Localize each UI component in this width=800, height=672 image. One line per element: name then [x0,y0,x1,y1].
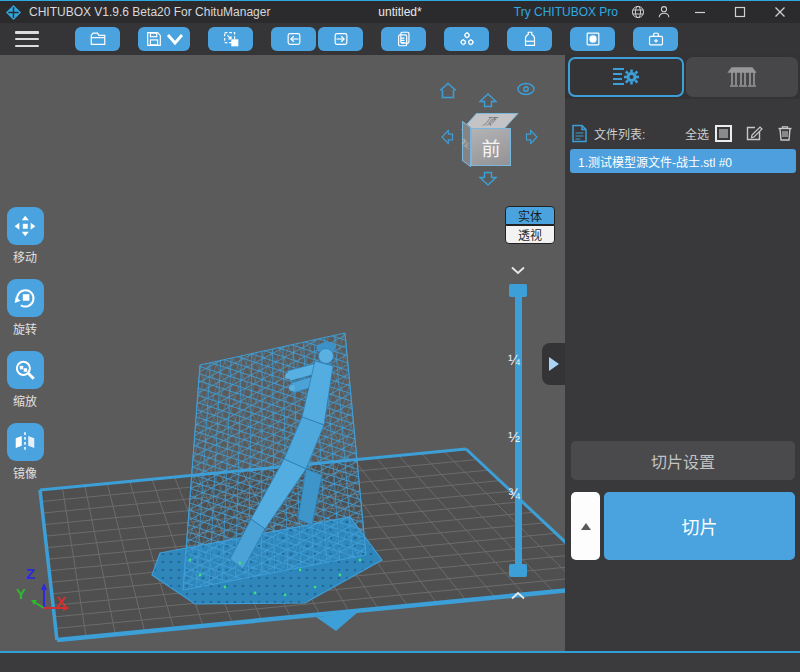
chitubox-logo-icon [6,5,21,20]
floppy-icon [145,30,163,48]
rename-icon[interactable] [745,124,763,142]
status-bar [0,651,800,672]
open-file-button[interactable] [75,27,120,51]
resin-button[interactable] [507,27,552,51]
tab-file-settings[interactable] [568,57,684,97]
slider-fraction-label: ¼ [508,352,520,368]
model-warrior[interactable] [152,333,382,604]
slider-bottom-chevron[interactable] [510,587,526,597]
view-cube[interactable]: 顶 左 前 [464,111,518,169]
slider-top-chevron[interactable] [510,261,526,271]
rotate-left-arrow-icon[interactable] [440,127,455,151]
gears-icon [458,30,476,48]
mirror-icon [13,430,37,454]
file-list-item[interactable]: 1.测试模型源文件-战士.stl #0 [570,149,796,173]
file-list-icon [571,124,588,143]
spinner-up-icon [581,523,591,530]
home-view-icon[interactable] [438,81,458,104]
viewport-canvas[interactable]: Z Y X 移动旋转缩放镜像 [0,55,565,651]
scale-tool-label: 缩放 [3,392,47,409]
slice-settings-button[interactable]: 切片设置 [571,441,795,480]
hollow-icon [584,30,602,48]
hollow-button[interactable] [570,27,615,51]
mirror-tool[interactable] [7,423,44,461]
redo-button[interactable] [318,27,363,51]
save-button[interactable] [138,27,190,51]
slider-fraction-label: ½ [508,429,520,445]
main-toolbar [0,23,800,55]
redo-icon [332,30,350,48]
file-list-title: 文件列表: [594,125,645,142]
axis-y-label: Y [16,585,26,602]
minimize-button[interactable] [680,1,720,23]
eye-view-icon[interactable] [516,82,536,100]
view-navigation: 顶 左 前 [432,77,550,195]
clone-button[interactable] [381,27,426,51]
bottle-icon [521,30,539,48]
app-title: CHITUBOX V1.9.6 Beta20 For ChituManager [29,5,270,19]
close-button[interactable] [760,1,800,23]
expand-arrow-icon [549,357,559,371]
slider-fraction-label: ¾ [508,486,520,502]
rotate-icon [13,286,37,310]
rotate-tool-label: 旋转 [3,320,47,337]
toolbox-icon [647,30,665,48]
file-list-header: 文件列表: 全选 [571,121,794,145]
slice-button[interactable]: 切片 [604,492,795,560]
mirror-tool-label: 镜像 [3,464,47,481]
maximize-button[interactable] [720,1,760,23]
globe-icon[interactable] [628,2,648,22]
rotate-down-arrow-icon[interactable] [478,171,498,190]
menu-button[interactable] [14,29,40,49]
copy-icon [395,30,413,48]
render-mode-solid[interactable]: 实体 [505,206,555,225]
panel-tabs [565,55,800,99]
rotate-up-arrow-icon[interactable] [478,93,498,112]
transform-toolbar: 移动旋转缩放镜像 [3,207,47,495]
delete-icon[interactable] [776,124,794,142]
scale-tool[interactable] [7,351,44,389]
try-pro-link[interactable]: Try CHITUBOX Pro [514,5,618,19]
view-cube-front-face[interactable]: 前 [471,128,511,166]
panel-collapse-handle[interactable] [542,343,565,385]
layer-slider-bottom-handle[interactable] [509,564,527,577]
toolbox-button[interactable] [633,27,678,51]
rotate-right-arrow-icon[interactable] [524,127,539,151]
move-tool[interactable] [7,207,44,245]
rotate-tool[interactable] [7,279,44,317]
scale-icon [13,358,37,382]
right-panel: 文件列表: 全选 1.测试模型源文件-战士.stl #0 切片设置 切片 [565,55,800,651]
send-print-button[interactable] [444,27,489,51]
folder-icon [89,30,107,48]
undo-button[interactable] [271,27,316,51]
slice-options-spinner[interactable] [571,492,600,560]
select-all-checkbox[interactable] [715,125,732,142]
move-tool-label: 移动 [3,248,47,265]
view-cube-left-face[interactable]: 左 [462,121,471,167]
axis-z-label: Z [26,565,35,582]
undo-icon [285,30,303,48]
move-icon [13,214,37,238]
render-mode-toggle: 实体透视 [505,206,555,244]
titlebar: CHITUBOX V1.9.6 Beta20 For ChituManager … [0,1,800,23]
scale-to-fit-button[interactable] [208,27,253,51]
dropdown-chevron-icon [166,30,184,48]
select-all-label: 全选 [685,125,709,142]
fitbox-icon [222,30,240,48]
tab-supports[interactable] [686,57,798,97]
file-list: 1.测试模型源文件-战士.stl #0 [570,149,796,176]
user-icon[interactable] [654,2,674,22]
layer-slider-top-handle[interactable] [509,284,527,297]
render-mode-xray[interactable]: 透视 [505,225,555,244]
